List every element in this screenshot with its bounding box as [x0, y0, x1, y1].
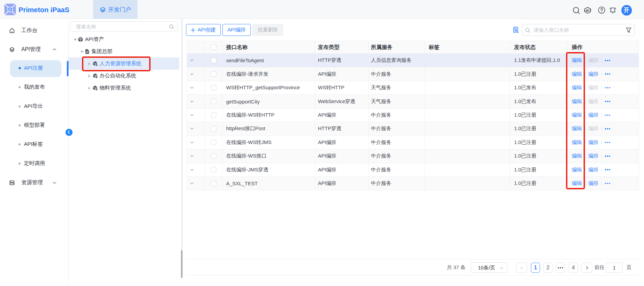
svg-text:P: P [9, 8, 11, 12]
